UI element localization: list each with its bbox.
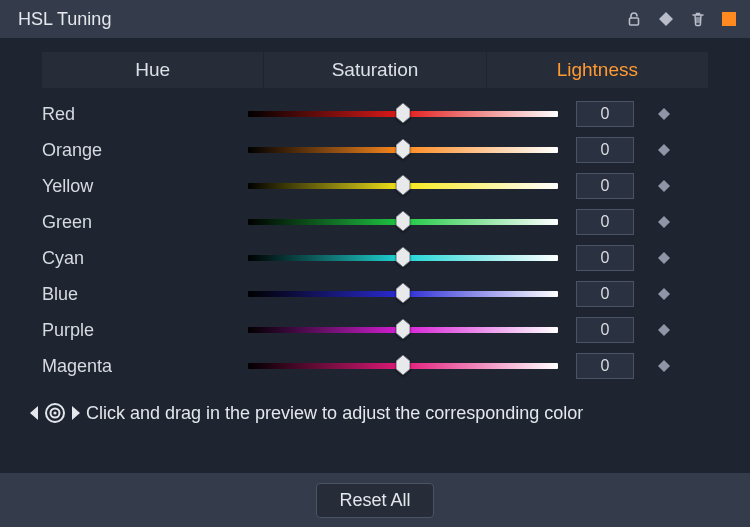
- slider-magenta[interactable]: [248, 348, 558, 384]
- svg-rect-8: [658, 324, 670, 336]
- svg-rect-3: [658, 144, 670, 156]
- label-purple: Purple: [42, 320, 248, 341]
- slider-thumb-icon[interactable]: [396, 247, 410, 267]
- row-cyan: Cyan 0: [42, 240, 732, 276]
- tab-lightness[interactable]: Lightness: [486, 52, 708, 88]
- slider-thumb-icon[interactable]: [396, 319, 410, 339]
- label-magenta: Magenta: [42, 356, 248, 377]
- row-orange: Orange 0: [42, 132, 732, 168]
- tabs: Hue Saturation Lightness: [42, 52, 708, 88]
- keyframe-cyan-icon[interactable]: [656, 250, 672, 266]
- svg-rect-6: [658, 252, 670, 264]
- slider-thumb-icon[interactable]: [396, 355, 410, 375]
- slider-orange[interactable]: [248, 132, 558, 168]
- tab-hue[interactable]: Hue: [42, 52, 263, 88]
- tab-saturation[interactable]: Saturation: [263, 52, 485, 88]
- keyframe-green-icon[interactable]: [656, 214, 672, 230]
- keyframe-magenta-icon[interactable]: [656, 358, 672, 374]
- value-purple[interactable]: 0: [576, 317, 634, 343]
- svg-rect-0: [630, 18, 639, 25]
- hint-row: Click and drag in the preview to adjust …: [28, 402, 750, 424]
- svg-rect-7: [658, 288, 670, 300]
- svg-point-12: [53, 411, 56, 414]
- value-green[interactable]: 0: [576, 209, 634, 235]
- svg-rect-5: [658, 216, 670, 228]
- row-blue: Blue 0: [42, 276, 732, 312]
- enabled-indicator-icon[interactable]: [722, 12, 736, 26]
- keyframe-purple-icon[interactable]: [656, 322, 672, 338]
- bottombar: Reset All: [0, 473, 750, 527]
- slider-thumb-icon[interactable]: [396, 283, 410, 303]
- label-orange: Orange: [42, 140, 248, 161]
- svg-rect-9: [658, 360, 670, 372]
- targeted-adjust-icon[interactable]: [28, 402, 86, 424]
- svg-rect-1: [659, 12, 673, 26]
- trash-icon[interactable]: [688, 9, 708, 29]
- diamond-icon[interactable]: [656, 9, 676, 29]
- value-orange[interactable]: 0: [576, 137, 634, 163]
- row-yellow: Yellow 0: [42, 168, 732, 204]
- row-green: Green 0: [42, 204, 732, 240]
- reset-all-button[interactable]: Reset All: [316, 483, 433, 518]
- slider-thumb-icon[interactable]: [396, 211, 410, 231]
- keyframe-yellow-icon[interactable]: [656, 178, 672, 194]
- slider-thumb-icon[interactable]: [396, 175, 410, 195]
- value-magenta[interactable]: 0: [576, 353, 634, 379]
- value-yellow[interactable]: 0: [576, 173, 634, 199]
- hsl-tuning-panel: HSL Tuning Hue Saturation Lightness Red …: [0, 0, 750, 527]
- row-purple: Purple 0: [42, 312, 732, 348]
- slider-yellow[interactable]: [248, 168, 558, 204]
- keyframe-blue-icon[interactable]: [656, 286, 672, 302]
- row-magenta: Magenta 0: [42, 348, 732, 384]
- slider-thumb-icon[interactable]: [396, 139, 410, 159]
- value-red[interactable]: 0: [576, 101, 634, 127]
- label-green: Green: [42, 212, 248, 233]
- value-blue[interactable]: 0: [576, 281, 634, 307]
- hint-text: Click and drag in the preview to adjust …: [86, 403, 583, 424]
- slider-cyan[interactable]: [248, 240, 558, 276]
- slider-blue[interactable]: [248, 276, 558, 312]
- label-yellow: Yellow: [42, 176, 248, 197]
- label-blue: Blue: [42, 284, 248, 305]
- slider-purple[interactable]: [248, 312, 558, 348]
- keyframe-red-icon[interactable]: [656, 106, 672, 122]
- svg-rect-4: [658, 180, 670, 192]
- slider-thumb-icon[interactable]: [396, 103, 410, 123]
- row-red: Red 0: [42, 96, 732, 132]
- titlebar: HSL Tuning: [0, 0, 750, 38]
- label-cyan: Cyan: [42, 248, 248, 269]
- unlock-icon[interactable]: [624, 9, 644, 29]
- keyframe-orange-icon[interactable]: [656, 142, 672, 158]
- value-cyan[interactable]: 0: [576, 245, 634, 271]
- panel-title: HSL Tuning: [18, 9, 111, 30]
- slider-green[interactable]: [248, 204, 558, 240]
- svg-rect-2: [658, 108, 670, 120]
- label-red: Red: [42, 104, 248, 125]
- slider-rows: Red 0 Orange 0 Yellow 0: [42, 96, 732, 384]
- slider-red[interactable]: [248, 96, 558, 132]
